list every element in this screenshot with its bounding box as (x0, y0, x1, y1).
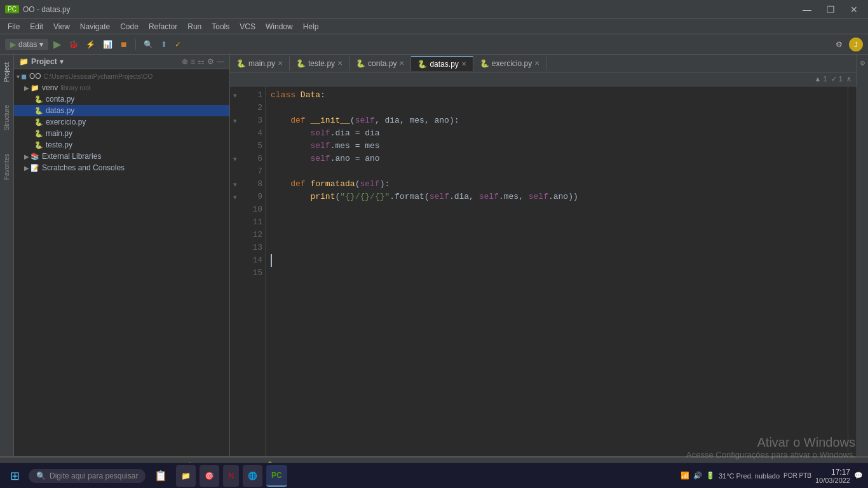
menu-item-edit[interactable]: Edit (25, 21, 48, 32)
run-config[interactable]: ▶ datas ▾ (5, 39, 48, 50)
debug-button[interactable]: 🐞 (66, 39, 81, 50)
tree-item-teste[interactable]: 🐍 teste.py (14, 139, 229, 151)
tree-item-main[interactable]: 🐍 main.py (14, 128, 229, 139)
fold-10 (230, 203, 240, 216)
title-bar-controls: — ❐ ✕ (797, 4, 863, 15)
tree-arrow-venv: ▶ (24, 85, 29, 92)
stop-button[interactable]: ⏹ (118, 39, 130, 50)
tree-item-datas[interactable]: 🐍 datas.py (14, 105, 229, 116)
tree-item-scratches[interactable]: ▶ 📝 Scratches and Consoles (14, 162, 229, 173)
structure-tab[interactable]: Structure (2, 101, 11, 135)
tab-exercicio[interactable]: 🐍 exercicio.py ✕ (473, 57, 546, 71)
tree-item-external[interactable]: ▶ 📚 External Libraries (14, 151, 229, 162)
tree-root[interactable]: ▾ ◼ OO C:\Users\Jéssica\PycharmProjects\… (14, 71, 229, 82)
search-button[interactable]: 🔍 (141, 39, 156, 50)
menu-item-vcs[interactable]: VCS (234, 21, 261, 32)
notification-icon[interactable]: 💬 (854, 471, 863, 480)
lib-icon: 📚 (31, 152, 39, 161)
tab-teste[interactable]: 🐍 teste.py ✕ (290, 57, 349, 71)
tree-item-conta[interactable]: 🐍 conta.py (14, 93, 229, 105)
dropdown-icon[interactable]: ▾ (60, 57, 64, 66)
editor-content[interactable]: ▾ ▾ ▾ ▾ ▾ 12345 678910 1112131415 (230, 86, 857, 456)
windows-start-button[interactable]: ⊞ (5, 466, 25, 485)
menu-item-window[interactable]: Window (261, 21, 298, 32)
tab-conta-close[interactable]: ✕ (399, 60, 404, 67)
fold-4 (230, 127, 240, 140)
title-bar: PC OO - datas.py — ❐ ✕ (0, 0, 868, 19)
tree-item-venv[interactable]: ▶ 📁 venv library root (14, 82, 229, 93)
favorites-tab[interactable]: Favorites (2, 150, 11, 184)
taskbar-search[interactable]: 🔍 Digite aqui para pesquisar (29, 469, 146, 483)
taskbar-app-explorer[interactable]: 📁 (176, 465, 196, 487)
project-header-actions: ⊕ ≡ ⚏ ⚙ — (182, 57, 224, 66)
far-left-panel: Project Structure Favorites (0, 55, 14, 456)
toolbar-separator (135, 39, 136, 50)
sort-icon[interactable]: ⚏ (198, 57, 205, 66)
tab-teste-close[interactable]: ✕ (337, 60, 342, 67)
close-button[interactable]: ✕ (845, 4, 863, 15)
menu-item-code[interactable]: Code (115, 21, 144, 32)
collapse-all-icon[interactable]: ≡ (191, 57, 195, 66)
wifi-icon[interactable]: 📶 (681, 471, 689, 480)
run-button[interactable]: ▶ (51, 37, 64, 51)
taskbar-app-ppt[interactable]: 🎯 (200, 465, 219, 487)
taskbar-clock[interactable]: 17:17 10/03/2022 (815, 468, 850, 484)
tab-main-close[interactable]: ✕ (278, 60, 283, 67)
main-layout: Project Structure Favorites 📁 Project ▾ … (0, 55, 868, 456)
volume-icon[interactable]: 🔊 (693, 471, 702, 480)
menu-item-navigate[interactable]: Navigate (75, 21, 115, 32)
project-panel: 📁 Project ▾ ⊕ ≡ ⚏ ⚙ — ▾ ◼ OO C:\Users\Jé… (14, 55, 230, 456)
taskbar: ⊞ 🔍 Digite aqui para pesquisar 📋 📁 🎯 N 🌐… (0, 463, 868, 488)
menu-item-file[interactable]: File (3, 21, 25, 32)
menu-item-view[interactable]: View (48, 21, 75, 32)
menu-item-run[interactable]: Run (182, 21, 207, 32)
weather-temp[interactable]: 31°C Pred. nublado (719, 472, 780, 480)
code-line-14[interactable] (271, 254, 843, 267)
code-area[interactable]: class Data: def __init__(self, dia, mes,… (266, 86, 848, 456)
clock-date: 10/03/2022 (815, 477, 850, 484)
file-exercicio: exercicio.py (46, 118, 86, 126)
settings-button[interactable]: ⚙ (833, 39, 845, 50)
py-icon-exercicio: 🐍 (34, 118, 43, 126)
code-line-11 (271, 216, 843, 229)
menu-item-help[interactable]: Help (298, 21, 324, 32)
code-line-1: class Data: (271, 89, 843, 102)
vcs-commit-button[interactable]: ✓ (172, 39, 184, 50)
maximize-button[interactable]: ❐ (822, 4, 840, 15)
minimize-button[interactable]: — (797, 4, 817, 15)
locate-icon[interactable]: ⊕ (182, 57, 188, 66)
venv-name: venv (42, 83, 58, 92)
fold-2 (230, 102, 240, 114)
project-tab[interactable]: Project (2, 58, 11, 86)
taskbar-app-pycharm[interactable]: PC (266, 465, 287, 487)
battery-icon[interactable]: 🔋 (706, 471, 715, 480)
taskbar-app-netflix[interactable]: N (223, 465, 239, 487)
code-line-10 (271, 203, 843, 216)
toolbar-left: ▶ datas ▾ ▶ 🐞 ⚡ 📊 ⏹ 🔍 ⬆ ✓ (5, 37, 184, 51)
pycharm-icon: PC (271, 471, 282, 480)
user-icon[interactable]: J (849, 37, 863, 51)
coverage-button[interactable]: ⚡ (83, 39, 98, 50)
vcs-update-button[interactable]: ⬆ (158, 39, 170, 50)
tab-exercicio-close[interactable]: ✕ (534, 60, 539, 67)
tree-item-exercicio[interactable]: 🐍 exercicio.py (14, 116, 229, 128)
tab-conta[interactable]: 🐍 conta.py ✕ (349, 57, 411, 71)
lang-indicator[interactable]: POR PTB (783, 472, 811, 480)
title-bar-left: PC OO - datas.py (5, 5, 71, 14)
tab-datas-close[interactable]: ✕ (461, 60, 466, 67)
menu-item-tools[interactable]: Tools (207, 21, 234, 32)
taskbar-right: 📶 🔊 🔋 31°C Pred. nublado POR PTB 17:17 1… (675, 468, 868, 484)
task-view-button[interactable]: 📋 (149, 467, 172, 484)
close-panel-icon[interactable]: — (217, 57, 224, 66)
tab-datas[interactable]: 🐍 datas.py ✕ (411, 56, 473, 71)
menu-item-refactor[interactable]: Refactor (144, 21, 182, 32)
taskbar-app-chrome[interactable]: 🌐 (243, 465, 262, 487)
fold-15 (230, 267, 240, 280)
tab-bar: 🐍 main.py ✕ 🐍 teste.py ✕ 🐍 conta.py ✕ 🐍 … (230, 55, 857, 72)
profile-button[interactable]: 📊 (100, 39, 115, 50)
tab-conta-label: conta.py (368, 59, 397, 68)
tab-main[interactable]: 🐍 main.py ✕ (230, 57, 290, 71)
gear-icon[interactable]: ⚙ (207, 57, 214, 66)
right-icon-1[interactable]: ⚙ (860, 60, 865, 67)
fold-7 (230, 165, 240, 178)
